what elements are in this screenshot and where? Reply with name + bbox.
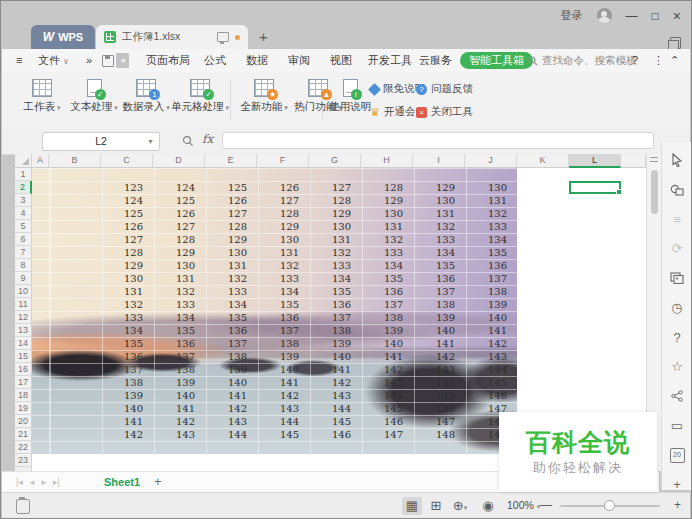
zoom-level[interactable]: 100% ▾: [507, 499, 540, 511]
cell-F13[interactable]: 138: [309, 324, 361, 337]
share-icon[interactable]: [662, 384, 692, 408]
cell-I12[interactable]: 140: [465, 311, 517, 324]
cell-B2[interactable]: 123: [101, 181, 153, 194]
column-header-I[interactable]: I: [413, 154, 465, 168]
cell-E11[interactable]: 135: [257, 298, 309, 311]
cell-I3[interactable]: 131: [465, 194, 517, 207]
help-icon[interactable]: ?: [662, 325, 692, 349]
menu-item-formulas[interactable]: 公式: [204, 49, 226, 72]
zoom-slider[interactable]: [560, 505, 660, 507]
cell-F4[interactable]: 129: [309, 207, 361, 220]
menu-item-view[interactable]: 视图: [330, 49, 352, 72]
cell-B12[interactable]: 133: [101, 311, 153, 324]
last-sheet-icon[interactable]: ▸|: [53, 477, 60, 487]
close-button[interactable]: ×: [673, 10, 681, 22]
row-header-2[interactable]: 2: [15, 181, 32, 194]
cell-E10[interactable]: 134: [257, 285, 309, 298]
cell-I15[interactable]: 143: [465, 350, 517, 363]
cell-B18[interactable]: 139: [101, 389, 153, 402]
cell-D3[interactable]: 126: [205, 194, 257, 207]
shapes-icon[interactable]: [662, 178, 692, 202]
cell-B5[interactable]: 126: [101, 220, 153, 233]
cell-H8[interactable]: 135: [413, 259, 465, 272]
cell-I7[interactable]: 135: [465, 246, 517, 259]
cell-H18[interactable]: 145: [413, 389, 465, 402]
help-icon[interactable]: ?: [632, 49, 638, 72]
cell-E6[interactable]: 130: [257, 233, 309, 246]
cell-C11[interactable]: 133: [153, 298, 205, 311]
cell-C20[interactable]: 142: [153, 415, 205, 428]
cell-B19[interactable]: 140: [101, 402, 153, 415]
cell-G20[interactable]: 146: [361, 415, 413, 428]
cell-E9[interactable]: 133: [257, 272, 309, 285]
cell-D14[interactable]: 137: [205, 337, 257, 350]
row-header-14[interactable]: 14: [15, 337, 31, 350]
cell-D20[interactable]: 143: [205, 415, 257, 428]
cell-F6[interactable]: 131: [309, 233, 361, 246]
share-screen-icon[interactable]: [217, 32, 229, 42]
cell-G3[interactable]: 129: [361, 194, 413, 207]
clipboard-icon[interactable]: [16, 499, 30, 514]
row-header-22[interactable]: 22: [15, 441, 31, 454]
cell-D16[interactable]: 139: [205, 363, 257, 376]
row-header-16[interactable]: 16: [15, 363, 31, 376]
cell-D18[interactable]: 141: [205, 389, 257, 402]
row-header-3[interactable]: 3: [15, 194, 31, 207]
cell-F8[interactable]: 133: [309, 259, 361, 272]
cell-E5[interactable]: 129: [257, 220, 309, 233]
reading-view-icon[interactable]: ◉: [478, 497, 498, 515]
cell-B17[interactable]: 138: [101, 376, 153, 389]
calendar-icon[interactable]: 20: [662, 443, 692, 467]
cell-E3[interactable]: 127: [257, 194, 309, 207]
cell-I4[interactable]: 132: [465, 207, 517, 220]
cell-B3[interactable]: 124: [101, 194, 153, 207]
cell-G17[interactable]: 143: [361, 376, 413, 389]
cell-B13[interactable]: 134: [101, 324, 153, 337]
row-header-4[interactable]: 4: [15, 207, 31, 220]
cell-E12[interactable]: 136: [257, 311, 309, 324]
cell-F19[interactable]: 144: [309, 402, 361, 415]
cell-I13[interactable]: 141: [465, 324, 517, 337]
row-header-6[interactable]: 6: [15, 233, 31, 246]
cell-I9[interactable]: 137: [465, 272, 517, 285]
cell-C8[interactable]: 130: [153, 259, 205, 272]
cell-F3[interactable]: 128: [309, 194, 361, 207]
cell-C15[interactable]: 137: [153, 350, 205, 363]
cell-E18[interactable]: 142: [257, 389, 309, 402]
select-all-corner[interactable]: [15, 154, 32, 168]
cell-B14[interactable]: 135: [101, 337, 153, 350]
cell-G11[interactable]: 137: [361, 298, 413, 311]
column-header-L[interactable]: L: [569, 154, 621, 168]
row-header-21[interactable]: 21: [15, 428, 31, 441]
zoom-out-icon[interactable]: —: [540, 498, 552, 512]
cell-G5[interactable]: 131: [361, 220, 413, 233]
cell-B15[interactable]: 136: [101, 350, 153, 363]
cell-F16[interactable]: 141: [309, 363, 361, 376]
cell-C6[interactable]: 128: [153, 233, 205, 246]
cell-I10[interactable]: 138: [465, 285, 517, 298]
cell-D8[interactable]: 131: [205, 259, 257, 272]
column-header-F[interactable]: F: [257, 154, 309, 168]
menu-item-page-layout[interactable]: 页面布局: [146, 49, 190, 72]
cell-C7[interactable]: 129: [153, 246, 205, 259]
cell-B21[interactable]: 142: [101, 428, 153, 441]
cell-C3[interactable]: 125: [153, 194, 205, 207]
cell-C14[interactable]: 136: [153, 337, 205, 350]
menu-item-review[interactable]: 审阅: [288, 49, 310, 72]
cell-D7[interactable]: 130: [205, 246, 257, 259]
column-header-J[interactable]: J: [465, 154, 517, 168]
column-header-H[interactable]: H: [361, 154, 413, 168]
cell-F2[interactable]: 127: [309, 181, 361, 194]
cell-I8[interactable]: 136: [465, 259, 517, 272]
row-header-18[interactable]: 18: [15, 389, 31, 402]
cell-H13[interactable]: 140: [413, 324, 465, 337]
document-tab[interactable]: 工作簿1.xlsx: [96, 25, 248, 49]
cell-C17[interactable]: 139: [153, 376, 205, 389]
cell-G19[interactable]: 145: [361, 402, 413, 415]
maximize-button[interactable]: □: [652, 10, 659, 22]
login-link[interactable]: 登录: [561, 8, 583, 23]
cell-B6[interactable]: 127: [101, 233, 153, 246]
cell-I18[interactable]: 146: [465, 389, 517, 402]
row-header-15[interactable]: 15: [15, 350, 31, 363]
cell-E21[interactable]: 145: [257, 428, 309, 441]
